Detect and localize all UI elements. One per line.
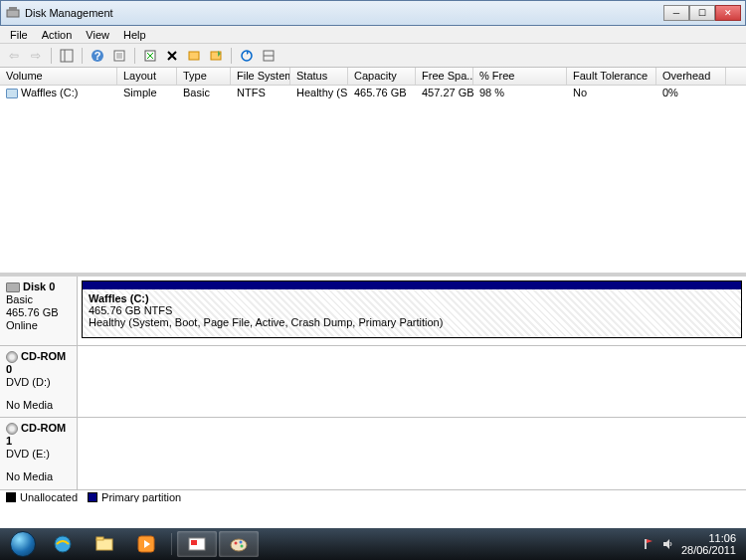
svg-rect-27	[645, 539, 647, 549]
show-hide-console-button[interactable]	[57, 46, 77, 66]
partition-name: Waffles (C:)	[89, 292, 735, 304]
col-header-fault[interactable]: Fault Tolerance	[567, 68, 656, 85]
settings-button[interactable]	[184, 46, 204, 66]
disk0-label-cell[interactable]: Disk 0 Basic 465.76 GB Online	[0, 277, 78, 345]
col-header-layout[interactable]: Layout	[117, 68, 177, 85]
windows-logo-icon	[10, 531, 36, 557]
cdrom0-state: No Media	[6, 399, 71, 412]
partition-header-primary	[83, 281, 741, 289]
delete-button[interactable]	[162, 46, 182, 66]
volume-fs: NTFS	[231, 86, 290, 101]
disk0-graphic-cell: Waffles (C:) 465.76 GB NTFS Healthy (Sys…	[78, 277, 746, 345]
volume-list-header: Volume Layout Type File System Status Ca…	[0, 68, 746, 86]
maximize-button[interactable]: ☐	[689, 5, 715, 21]
col-header-capacity[interactable]: Capacity	[348, 68, 416, 85]
volume-name: Waffles (C:)	[21, 87, 78, 98]
clock-date: 28/06/2011	[681, 544, 736, 556]
legend-unallocated: Unallocated	[6, 491, 78, 503]
disk0-size: 465.76 GB	[6, 306, 71, 319]
cdrom0-graphic-cell	[78, 346, 746, 417]
taskbar-app1[interactable]	[177, 531, 217, 557]
col-header-overhead[interactable]: Overhead	[656, 68, 726, 85]
refresh-button[interactable]	[140, 46, 160, 66]
cdrom-icon	[6, 423, 18, 435]
svg-rect-22	[191, 540, 197, 545]
tray-flag-icon[interactable]	[642, 537, 655, 551]
svg-marker-28	[663, 539, 669, 549]
svg-point-24	[235, 542, 238, 545]
cdrom1-drive: DVD (E:)	[6, 448, 71, 461]
volume-capacity: 465.76 GB	[348, 86, 416, 101]
volume-pctfree: 98 %	[473, 86, 567, 101]
volume-status: Healthy (S...	[290, 86, 348, 101]
start-button[interactable]	[4, 528, 42, 560]
volume-row[interactable]: Waffles (C:) Simple Basic NTFS Healthy (…	[0, 86, 746, 101]
back-button[interactable]: ⇦	[4, 46, 24, 66]
taskbar-ie[interactable]	[43, 531, 83, 557]
volume-layout: Simple	[117, 86, 177, 101]
swatch-unallocated	[6, 492, 16, 502]
taskbar: 11:06 28/06/2011	[0, 528, 746, 560]
view-button[interactable]	[259, 46, 279, 66]
close-button[interactable]: ✕	[715, 5, 741, 21]
svg-rect-18	[96, 537, 103, 540]
taskbar-paint[interactable]	[219, 531, 259, 557]
tray-volume-icon[interactable]	[661, 537, 675, 551]
menu-help[interactable]: Help	[117, 28, 152, 42]
properties-button[interactable]	[109, 46, 129, 66]
svg-rect-1	[9, 7, 17, 10]
menubar: File Action View Help	[0, 26, 746, 44]
col-header-filesystem[interactable]: File System	[231, 68, 290, 85]
col-header-pctfree[interactable]: % Free	[473, 68, 567, 85]
menu-view[interactable]: View	[80, 28, 115, 42]
minimize-button[interactable]: ─	[663, 5, 689, 21]
svg-rect-17	[96, 539, 112, 550]
taskbar-mediaplayer[interactable]	[126, 531, 166, 557]
disk-icon	[6, 282, 20, 292]
volume-type: Basic	[177, 86, 231, 101]
col-header-volume[interactable]: Volume	[0, 68, 117, 85]
cdrom0-drive: DVD (D:)	[6, 376, 71, 389]
cdrom1-label-cell[interactable]: CD-ROM 1 DVD (E:) No Media	[0, 418, 78, 489]
titlebar: Disk Management ─ ☐ ✕	[0, 0, 746, 26]
partition-body: Waffles (C:) 465.76 GB NTFS Healthy (Sys…	[83, 289, 741, 337]
action-button[interactable]	[206, 46, 226, 66]
legend-unallocated-label: Unallocated	[20, 491, 78, 503]
taskbar-clock[interactable]: 11:06 28/06/2011	[681, 532, 736, 556]
app-icon	[5, 5, 21, 21]
clock-time: 11:06	[681, 532, 736, 544]
help-button[interactable]: ?	[88, 46, 107, 66]
window-title: Disk Management	[25, 7, 663, 19]
svg-point-25	[240, 541, 243, 544]
volume-name-cell: Waffles (C:)	[0, 86, 117, 101]
svg-rect-11	[189, 52, 199, 60]
rescan-button[interactable]	[237, 46, 257, 66]
menu-file[interactable]: File	[4, 28, 34, 42]
svg-point-26	[241, 545, 244, 548]
swatch-primary	[88, 492, 97, 502]
window-controls: ─ ☐ ✕	[663, 5, 741, 21]
taskbar-explorer[interactable]	[85, 531, 124, 557]
svg-point-23	[231, 539, 247, 551]
col-header-type[interactable]: Type	[177, 68, 231, 85]
svg-text:?: ?	[94, 50, 101, 62]
volume-icon	[6, 89, 18, 98]
partition-waffles[interactable]: Waffles (C:) 465.76 GB NTFS Healthy (Sys…	[82, 280, 742, 338]
toolbar: ⇦ ⇨ ?	[0, 44, 746, 68]
system-tray: 11:06 28/06/2011	[642, 532, 742, 556]
disk0-type: Basic	[6, 293, 71, 306]
volume-overhead: 0%	[656, 86, 726, 101]
col-header-status[interactable]: Status	[290, 68, 348, 85]
disk-row-cdrom1: CD-ROM 1 DVD (E:) No Media	[0, 418, 746, 489]
col-header-freespace[interactable]: Free Spa...	[416, 68, 473, 85]
svg-rect-0	[7, 10, 19, 17]
partition-status: Healthy (System, Boot, Page File, Active…	[89, 316, 735, 328]
cdrom0-label-cell[interactable]: CD-ROM 0 DVD (D:) No Media	[0, 346, 78, 417]
menu-action[interactable]: Action	[36, 28, 79, 42]
volume-list-pane: Volume Layout Type File System Status Ca…	[0, 68, 746, 277]
volume-free: 457.27 GB	[416, 86, 473, 101]
disk0-state: Online	[6, 319, 71, 332]
forward-button[interactable]: ⇨	[26, 46, 46, 66]
legend-primary: Primary partition	[88, 491, 181, 503]
legend-primary-label: Primary partition	[101, 491, 181, 503]
